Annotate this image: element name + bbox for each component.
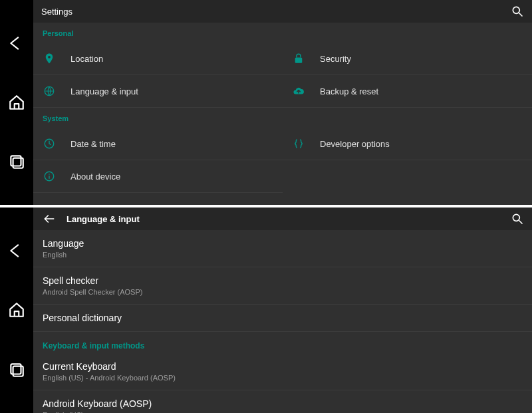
location-pin-icon <box>43 52 56 65</box>
clock-icon <box>43 137 56 150</box>
appbar: Language & input <box>33 207 532 230</box>
recents-icon[interactable] <box>8 361 25 378</box>
lock-icon <box>292 52 305 65</box>
cloud-up-icon <box>292 84 305 98</box>
settings-body: Personal Location Security <box>33 23 532 205</box>
list-item-primary: Android Keyboard (AOSP) <box>43 398 523 409</box>
personal-grid: Location Security Language & input <box>33 43 532 108</box>
list-item-primary: Personal dictionary <box>43 313 523 323</box>
svg-point-13 <box>513 214 519 221</box>
search-icon[interactable] <box>511 212 524 225</box>
home-icon[interactable] <box>8 94 25 111</box>
globe-icon <box>43 84 56 98</box>
section-header-personal: Personal <box>33 23 532 43</box>
settings-item-backup-reset[interactable]: Backup & reset <box>283 75 532 108</box>
section-header-system: System <box>33 108 532 128</box>
settings-item-developer-options[interactable]: Developer options <box>283 128 532 160</box>
system-grid: Date & time Developer options About devi… <box>33 128 532 193</box>
home-icon[interactable] <box>8 301 25 319</box>
language-input-content: Language & input Language English Spell … <box>33 207 532 413</box>
settings-item-label: Location <box>70 54 103 64</box>
screen-settings: Settings Personal Location Se <box>0 0 532 205</box>
list-item-primary: Language <box>43 238 523 249</box>
settings-item-label: Developer options <box>320 139 390 149</box>
braces-icon <box>292 137 305 150</box>
svg-rect-5 <box>295 58 303 63</box>
appbar-title: Settings <box>41 7 72 17</box>
list-item-spell-checker[interactable]: Spell checker Android Spell Checker (AOS… <box>33 267 532 305</box>
list-item-android-keyboard[interactable]: Android Keyboard (AOSP) English (US) <box>33 390 532 413</box>
settings-item-label: About device <box>70 172 120 182</box>
svg-line-3 <box>519 13 523 17</box>
appbar: Settings <box>33 0 532 23</box>
list-item-secondary: English (US) - Android Keyboard (AOSP) <box>43 374 523 382</box>
screen-language-input: Language & input Language English Spell … <box>0 207 532 413</box>
back-icon[interactable] <box>8 35 25 52</box>
appbar-back-icon[interactable] <box>41 211 57 227</box>
settings-item-date-time[interactable]: Date & time <box>33 128 283 160</box>
settings-item-label: Security <box>320 54 351 64</box>
settings-content: Settings Personal Location Se <box>33 0 532 205</box>
category-header-keyboard: Keyboard & input methods <box>33 332 532 353</box>
list-item-language[interactable]: Language English <box>33 230 532 267</box>
list-item-personal-dictionary[interactable]: Personal dictionary <box>33 305 532 332</box>
settings-item-label: Backup & reset <box>320 86 378 96</box>
list-item-current-keyboard[interactable]: Current Keyboard English (US) - Android … <box>33 353 532 390</box>
appbar-title: Language & input <box>66 214 140 224</box>
svg-point-10 <box>49 174 50 175</box>
list-item-primary: Current Keyboard <box>43 361 523 372</box>
info-icon <box>43 170 56 183</box>
recents-icon[interactable] <box>8 153 25 170</box>
settings-item-label: Date & time <box>70 139 116 149</box>
system-navbar <box>0 207 33 413</box>
list-item-secondary: English <box>43 251 523 259</box>
settings-item-location[interactable]: Location <box>33 43 283 75</box>
list-item-secondary: Android Spell Checker (AOSP) <box>43 288 523 296</box>
svg-point-4 <box>48 56 51 59</box>
settings-item-label: Language & input <box>70 86 138 96</box>
settings-item-about-device[interactable]: About device <box>33 160 283 193</box>
settings-item-language-input[interactable]: Language & input <box>33 75 283 108</box>
svg-line-14 <box>519 221 523 224</box>
back-icon[interactable] <box>8 242 25 259</box>
settings-item-security[interactable]: Security <box>283 43 532 75</box>
search-icon[interactable] <box>511 5 524 18</box>
list-item-primary: Spell checker <box>43 275 523 286</box>
svg-point-2 <box>513 7 519 13</box>
system-navbar <box>0 0 33 205</box>
language-input-body: Language English Spell checker Android S… <box>33 230 532 413</box>
